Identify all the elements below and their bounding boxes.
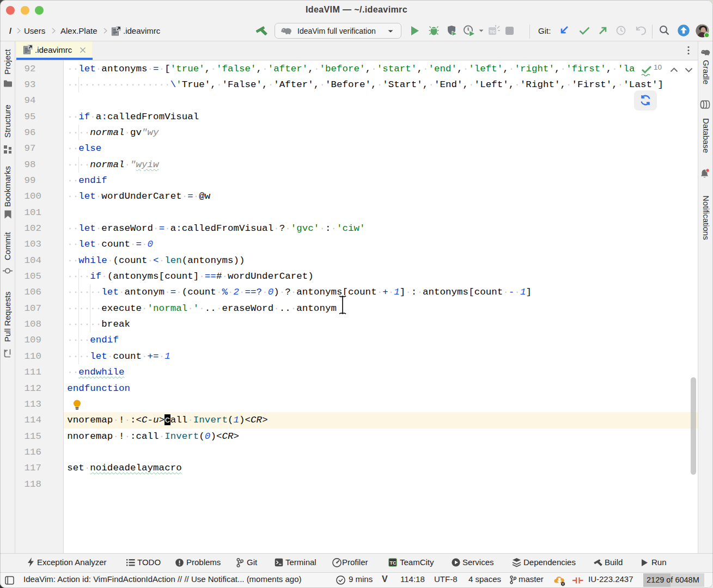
svg-text:TC: TC (490, 29, 496, 34)
svg-text:TC: TC (390, 560, 397, 566)
